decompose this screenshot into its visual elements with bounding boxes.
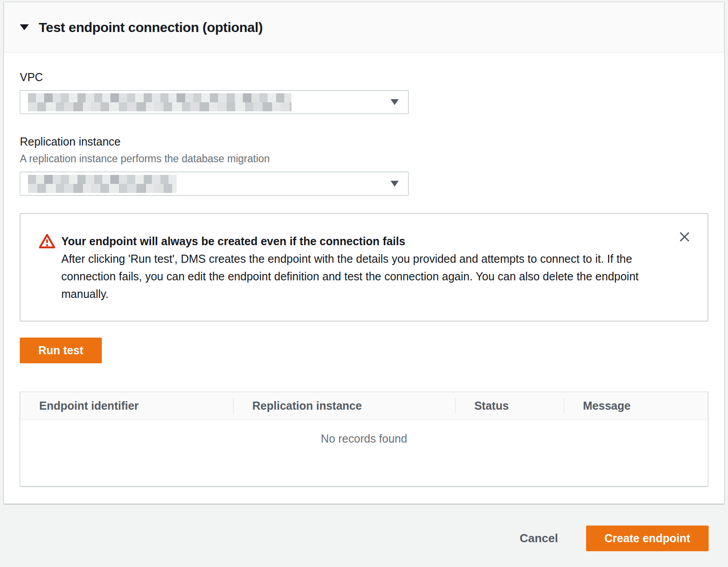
table-body: No records found [20, 420, 708, 486]
warning-content: Your endpoint will always be created eve… [61, 233, 647, 303]
replication-instance-select[interactable] [20, 172, 409, 196]
column-header-status: Status [455, 392, 564, 420]
replication-instance-field: Replication instance A replication insta… [20, 135, 708, 196]
chevron-down-icon [391, 181, 399, 187]
section-title: Test endpoint connection (optional) [39, 20, 263, 35]
run-test-button[interactable]: Run test [20, 338, 102, 363]
page: Test endpoint connection (optional) VPC … [0, 2, 728, 551]
section-header[interactable]: Test endpoint connection (optional) [4, 2, 724, 53]
warning-alert: Your endpoint will always be created eve… [20, 213, 708, 321]
vpc-select[interactable] [20, 90, 409, 114]
connection-results-table: Endpoint identifier Replication instance… [20, 392, 708, 486]
section-body: VPC Replication instance A replication i… [4, 53, 724, 503]
replication-instance-label: Replication instance [20, 135, 708, 148]
replication-instance-description: A replication instance performs the data… [20, 153, 708, 165]
table-header-row: Endpoint identifier Replication instance… [20, 392, 708, 420]
chevron-down-icon [391, 99, 399, 105]
warning-icon [39, 233, 55, 251]
warning-title: Your endpoint will always be created eve… [61, 233, 647, 250]
collapse-triangle-icon [20, 24, 29, 30]
vpc-label: VPC [20, 71, 708, 84]
test-endpoint-section: Test endpoint connection (optional) VPC … [4, 2, 724, 504]
warning-body: After clicking 'Run test', DMS creates t… [61, 250, 647, 303]
cancel-button[interactable]: Cancel [519, 531, 558, 545]
create-endpoint-button[interactable]: Create endpoint [586, 526, 709, 551]
column-header-endpoint-identifier: Endpoint identifier [20, 392, 233, 420]
vpc-field: VPC [20, 71, 708, 114]
replication-instance-redacted-value [28, 175, 177, 193]
empty-state-message: No records found [321, 432, 407, 486]
column-header-message: Message [564, 392, 708, 420]
vpc-redacted-value [28, 93, 291, 111]
close-icon[interactable] [677, 229, 692, 245]
column-header-replication-instance: Replication instance [233, 392, 455, 420]
form-footer: Cancel Create endpoint [0, 504, 728, 551]
